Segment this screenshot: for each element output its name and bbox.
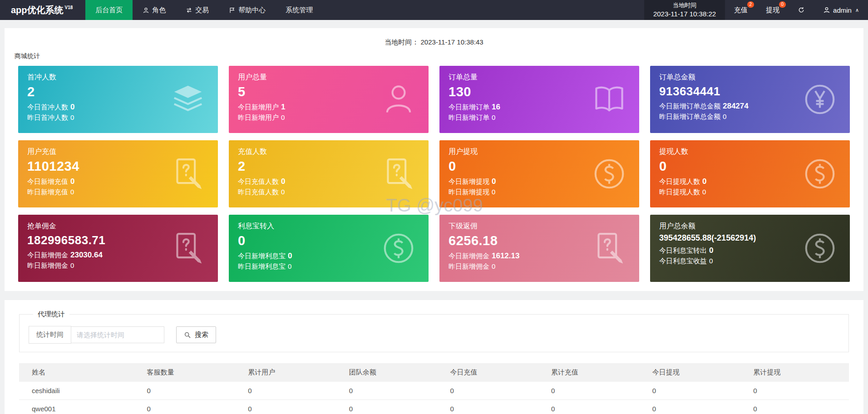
local-time-line: 当地时间： 2023-11-17 10:38:43 xyxy=(5,35,863,51)
stat-line-value: 0 xyxy=(70,103,74,111)
stat-line-label: 昨日新增充值 xyxy=(27,188,68,196)
app-logo: app优化系统V18 xyxy=(0,0,85,20)
search-button-label: 搜索 xyxy=(195,330,208,339)
navbar-right: 当地时间 2023-11-17 10:38:22 充值 2 提现 0 admin… xyxy=(644,0,868,20)
stat-card-interest-transfer-in: 利息宝转入 0 今日新增利息宝0 昨日新增利息宝0 xyxy=(229,215,429,282)
recharge-label: 充值 xyxy=(734,6,748,15)
dollar-circle-icon xyxy=(801,155,839,193)
agent-stats-fieldset: 代理统计 统计时间 搜索 xyxy=(19,310,849,352)
app-title: app优化系统 xyxy=(11,4,64,16)
stat-line-label: 今日首冲人数 xyxy=(27,103,68,111)
doc-edit-icon xyxy=(169,155,207,193)
user-menu[interactable]: admin ∧ xyxy=(814,0,868,20)
col-header-service-count: 客服数量 xyxy=(142,363,243,382)
stat-card-first-recharge-users: 首冲人数 2 今日首冲人数0 昨日首冲人数0 xyxy=(18,66,218,133)
nav-item-label: 后台首页 xyxy=(95,6,123,15)
nav-item-dashboard[interactable]: 后台首页 xyxy=(85,0,133,20)
cell: 0 xyxy=(546,382,647,400)
flag-icon xyxy=(229,7,236,14)
doc-edit-icon xyxy=(169,229,207,267)
nav-item-roles[interactable]: 角色 xyxy=(133,0,176,20)
dollar-circle-icon xyxy=(590,155,628,193)
yen-circle-icon xyxy=(801,80,839,118)
stat-card-order-commission: 抢单佣金 182996583.71 今日新增佣金23030.64 昨日新增佣金0 xyxy=(18,215,218,282)
recharge-button[interactable]: 充值 2 xyxy=(725,0,757,20)
search-button[interactable]: 搜索 xyxy=(176,326,216,343)
stat-line-label: 今日新增订单 xyxy=(449,103,489,111)
stat-line-value: 0 xyxy=(288,251,292,260)
stat-line-value: 0 xyxy=(70,113,74,121)
nav-item-trade[interactable]: 交易 xyxy=(176,0,219,20)
doc-edit-icon xyxy=(380,155,418,193)
cell: 0 xyxy=(344,400,445,414)
stat-line-label: 昨日首冲人数 xyxy=(27,113,68,121)
dollar-circle-icon xyxy=(380,229,418,267)
cell: 0 xyxy=(142,382,243,400)
col-header-today-recharge: 今日充值 xyxy=(444,363,546,382)
refresh-button[interactable] xyxy=(789,0,814,20)
stat-line-label: 昨日新增订单总金额 xyxy=(659,113,720,120)
stat-line-label: 今日利息宝转出 xyxy=(659,246,707,254)
refresh-icon xyxy=(798,6,805,14)
mall-stats-panel: 当地时间： 2023-11-17 10:38:43 商城统计 首冲人数 2 今日… xyxy=(5,28,863,291)
col-header-total-withdraw: 累计提现 xyxy=(748,363,849,382)
table-row: qwe001 0 0 0 0 0 0 0 xyxy=(19,400,849,414)
local-time-block: 当地时间 2023-11-17 10:38:22 xyxy=(644,0,725,20)
nav-item-system[interactable]: 系统管理 xyxy=(276,0,323,20)
col-header-total-users: 累计用户 xyxy=(242,363,344,382)
stat-line-label: 昨日提现人数 xyxy=(659,188,700,196)
agent-table: 姓名 客服数量 累计用户 团队余额 今日充值 累计充值 今日提现 累计提现 ce… xyxy=(19,363,849,414)
agent-stats-legend: 代理统计 xyxy=(33,310,69,319)
stat-line-label: 今日新增佣金 xyxy=(27,251,68,259)
stat-card-recharge-users: 充值人数 2 今日充值人数0 昨日充值人数0 xyxy=(229,140,429,207)
nav-item-label: 系统管理 xyxy=(286,6,313,15)
person-icon xyxy=(143,7,149,14)
cell: 0 xyxy=(748,382,849,400)
stat-line-label: 今日利息宝收益 xyxy=(659,257,707,265)
stat-line-label: 今日提现人数 xyxy=(659,177,700,185)
cell: 0 xyxy=(444,382,546,400)
stat-card-total-users: 用户总量 5 今日新增用户1 昨日新增用户0 xyxy=(229,66,429,133)
agent-stats-panel: 代理统计 统计时间 搜索 姓名 客服数量 累计用户 团队余额 今日充值 累计充值… xyxy=(5,300,863,414)
table-row: ceshidaili 0 0 0 0 0 0 0 xyxy=(19,382,849,400)
stat-line-value: 0 xyxy=(709,246,713,255)
stat-line-label: 昨日新增提现 xyxy=(449,188,489,196)
stat-line-value: 16 xyxy=(492,103,500,111)
stat-line-value: 0 xyxy=(281,177,285,186)
nav-item-label: 帮助中心 xyxy=(238,6,266,15)
stat-line-value: 0 xyxy=(702,188,706,196)
stat-card-total-orders: 订单总量 130 今日新增订单16 昨日新增订单0 xyxy=(439,66,639,133)
withdraw-button[interactable]: 提现 0 xyxy=(757,0,789,20)
app-version: V18 xyxy=(65,5,73,10)
stat-line-value: 0 xyxy=(492,177,496,186)
nav-item-label: 交易 xyxy=(195,6,209,15)
nav-item-help-center[interactable]: 帮助中心 xyxy=(219,0,276,20)
layers-icon xyxy=(169,80,207,118)
local-time-label: 当地时间 xyxy=(653,1,716,10)
stat-line-value: 0 xyxy=(492,262,495,270)
stat-card-user-total-balance: 用户总余额 395428655.88(-21562914) 今日利息宝转出0 今… xyxy=(650,215,850,282)
cell: 0 xyxy=(142,400,243,414)
trade-icon xyxy=(186,7,192,14)
col-header-team-balance: 团队余额 xyxy=(344,363,445,382)
stat-line-value: 0 xyxy=(70,177,74,186)
cell-name: ceshidaili xyxy=(19,382,142,400)
person-icon xyxy=(380,80,418,118)
stat-card-total-order-amount: 订单总金额 913634441 今日新增订单总金额284274 昨日新增订单总金… xyxy=(650,66,850,133)
stat-time-input[interactable] xyxy=(71,326,164,343)
cell: 0 xyxy=(344,382,445,400)
stat-line-value: 0 xyxy=(70,188,74,196)
stat-line-value: 0 xyxy=(281,113,285,121)
col-header-today-withdraw: 今日提现 xyxy=(647,363,748,382)
stat-cards-grid: 首冲人数 2 今日首冲人数0 昨日首冲人数0 用户总量 5 今日新增用户1 昨日… xyxy=(18,66,850,282)
stat-line-value: 284274 xyxy=(723,102,749,110)
stat-line-value: 0 xyxy=(492,188,495,196)
col-header-name: 姓名 xyxy=(19,363,142,382)
local-time-value: 2023-11-17 10:38:22 xyxy=(653,10,716,19)
stat-line-label: 今日充值人数 xyxy=(238,177,279,185)
stat-line-label: 昨日充值人数 xyxy=(238,188,279,196)
local-time-line-label: 当地时间： xyxy=(385,38,419,46)
section-title: 商城统计 xyxy=(15,52,863,60)
username: admin xyxy=(833,6,852,14)
stat-line-value: 0 xyxy=(702,177,706,186)
